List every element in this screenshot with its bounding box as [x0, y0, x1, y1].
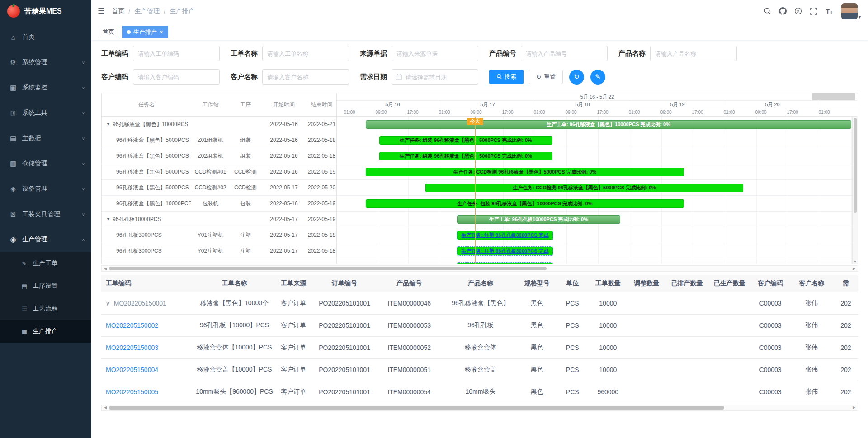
customer-code-input[interactable]: [133, 69, 220, 85]
order-code-cell: MO202205150002: [101, 314, 196, 336]
filter-customer-name: 客户名称: [231, 69, 349, 85]
gantt-task-row[interactable]: 96孔移液盒【黑色】5000PCSCCD检测#02CCD检测2022-05-17…: [102, 180, 336, 196]
reset-button[interactable]: ↻ 重置: [529, 70, 563, 84]
doc-icon: ▤: [20, 283, 29, 290]
product-name-input[interactable]: [650, 46, 737, 61]
tree-expand-icon[interactable]: ▼: [106, 122, 110, 127]
gantt-bar[interactable]: 生产任务: CCD检测 96孔移液盒【黑色】5000PCS 完成比例: 0%: [425, 184, 743, 192]
product-code-input[interactable]: [521, 46, 608, 61]
timeline-hour-label: 17:00: [690, 108, 705, 116]
orders-horizontal-scrollbar[interactable]: ◀ ▶: [101, 405, 858, 411]
sidebar-subitem-production-order[interactable]: ✎生产工单: [0, 252, 91, 275]
sidebar: 苦糖果MES ⌂首页⚙系统管理∨▣系统监控∨⊞系统工具∨▤主数据∨▥仓储管理∨◈…: [0, 0, 91, 438]
sidebar-subitem-production-scheduling[interactable]: ▦生产排产: [0, 320, 91, 343]
order-cell: PO202205101001: [314, 314, 375, 336]
filter-label: 来源单据: [360, 49, 387, 58]
scrollbar-thumb[interactable]: [109, 267, 547, 270]
gantt-task-row[interactable]: 96孔孔板3000PCSY02注塑机注塑2022-05-172022-05-18: [102, 243, 336, 259]
tree-expand-icon[interactable]: ▼: [106, 217, 110, 221]
scrollbar-thumb[interactable]: [109, 406, 724, 410]
gantt-bar[interactable]: 生产任务: CCD检测 96孔移液盒【黑色】5000PCS 完成比例: 0%: [366, 168, 684, 176]
sidebar-item-warehouse-management[interactable]: ▥仓储管理∨: [0, 151, 91, 176]
breadcrumb-item[interactable]: 生产管理: [134, 7, 160, 15]
chevron-down-icon[interactable]: ∨: [106, 301, 110, 307]
sidebar-item-production-management[interactable]: ◉生产管理∧: [0, 227, 91, 252]
sidebar-item-home[interactable]: ⌂首页: [0, 24, 91, 50]
order-code-link[interactable]: MO202205150005: [106, 388, 158, 396]
sidebar-toggle-icon[interactable]: ☰: [98, 6, 104, 16]
breadcrumb-item[interactable]: 首页: [112, 7, 124, 15]
order-code-link[interactable]: MO202205150004: [106, 366, 158, 373]
timeline-range-label: 5月 16 - 5月 22: [580, 94, 614, 99]
gantt-bar[interactable]: 生产任务: 注塑 96孔孔板3000PCS 完成: [457, 231, 553, 240]
filter-product-name: 产品名称: [618, 46, 737, 61]
app-title: 苦糖果MES: [24, 7, 62, 16]
scrollbar-right-arrow-icon[interactable]: ▶: [850, 267, 858, 271]
gantt-bar[interactable]: 生产任务: 组装 96孔移液盒【黑色】5000PCS 完成比例: 0%: [379, 152, 552, 160]
sidebar-item-system-management[interactable]: ⚙系统管理∨: [0, 50, 91, 75]
scrollbar-track[interactable]: [109, 405, 850, 410]
gantt-bar[interactable]: 生产任务: 注塑 96孔孔板3000PCS 完成: [457, 263, 553, 264]
gantt-bar[interactable]: 生产任务: 注塑 96孔孔板3000PCS 完成: [457, 247, 553, 255]
wo-code-input[interactable]: [133, 46, 220, 61]
sidebar-subitem-process-settings[interactable]: ▤工序设置: [0, 275, 91, 297]
gantt-task-row[interactable]: 96孔移液盒【黑色】10000PCS包装机包装2022-05-162022-05…: [102, 196, 336, 212]
gantt-bar[interactable]: 生产工单: 96孔孔板10000PCS 完成比例: 0%: [457, 215, 620, 224]
gantt-vertical-scrollbar[interactable]: ▼: [852, 117, 858, 264]
scrollbar-track[interactable]: [109, 266, 850, 271]
sidebar-item-system-tools[interactable]: ⊞系统工具∨: [0, 100, 91, 126]
gantt-task-row[interactable]: ▼96孔移液盒【黑色】10000PCS2022-05-162022-05-21: [102, 117, 336, 132]
search-icon[interactable]: [761, 5, 774, 18]
sidebar-item-fixture-management[interactable]: ⊠工装夹具管理∨: [0, 202, 91, 227]
user-menu[interactable]: ▾: [841, 3, 861, 19]
tab-active[interactable]: 生产排产×: [122, 26, 168, 38]
sidebar-subitem-process-flow[interactable]: ☰工艺流程: [0, 297, 91, 320]
github-icon[interactable]: [776, 5, 790, 18]
order-code-link[interactable]: MO202205150003: [106, 344, 158, 351]
sidebar-item-master-data[interactable]: ▤主数据∨: [0, 126, 91, 151]
sidebar-item-equipment-management[interactable]: ◈设备管理∨: [0, 176, 91, 202]
fullscreen-icon[interactable]: [807, 5, 821, 18]
gantt-bar-row: 生产任务: 组装 96孔移液盒【黑色】5000PCS 完成比例: 0%: [337, 132, 858, 148]
wo-name-input[interactable]: [262, 46, 349, 61]
order-cell: 张伟: [790, 336, 834, 358]
gantt-task-row[interactable]: 96孔孔板3000PCSY03注塑机注塑2022-05-172022-05-18: [102, 259, 336, 264]
gantt-task-row[interactable]: 96孔孔板3000PCSY01注塑机注塑2022-05-172022-05-18: [102, 227, 336, 243]
gantt-column-header: 工序: [230, 101, 261, 108]
edit-round-button[interactable]: ✎: [590, 70, 605, 85]
source-doc-input[interactable]: [392, 46, 478, 61]
scrollbar-left-arrow-icon[interactable]: ◀: [102, 267, 109, 271]
gantt-bar-row: 生产任务: CCD检测 96孔移液盒【黑色】5000PCS 完成比例: 0%: [337, 180, 858, 196]
timeline-hour-label: 17:00: [406, 108, 420, 116]
refresh-round-button[interactable]: ↻: [569, 70, 584, 85]
demand-date-input[interactable]: [392, 69, 478, 85]
help-icon[interactable]: ?: [792, 5, 805, 18]
customer-name-input[interactable]: [262, 69, 349, 85]
tab-home[interactable]: 首页: [98, 26, 119, 38]
gantt-bar[interactable]: 生产工单: 96孔移液盒【黑色】10000PCS 完成比例: 0%: [366, 120, 851, 129]
gantt-horizontal-scrollbar[interactable]: ◀ ▶: [101, 265, 858, 272]
order-code-link[interactable]: MO202205150002: [106, 322, 158, 329]
gantt-task-row[interactable]: 96孔移液盒【黑色】5000PCSCCD检测#01CCD检测2022-05-16…: [102, 164, 336, 180]
order-cell: C00003: [751, 314, 789, 336]
font-size-icon[interactable]: TT: [822, 5, 836, 18]
chevron-down-icon: ∨: [82, 187, 85, 191]
scrollbar-left-arrow-icon[interactable]: ◀: [102, 405, 109, 410]
sidebar-item-system-monitor[interactable]: ▣系统监控∨: [0, 75, 91, 100]
gantt-bar[interactable]: 生产任务: 组装 96孔移液盒【黑色】5000PCS 完成比例: 0%: [379, 136, 552, 145]
gantt-task-row[interactable]: 96孔移液盒【黑色】5000PCSZ01组装机组装2022-05-162022-…: [102, 132, 336, 148]
close-icon[interactable]: ×: [160, 29, 163, 35]
breadcrumb-item[interactable]: 生产排产: [170, 7, 195, 15]
gantt-chart: 任务名工作站工序开始时间结束时间 ▼96孔移液盒【黑色】10000PCS2022…: [101, 93, 858, 264]
order-code-link[interactable]: MO202205150001: [114, 300, 166, 307]
scrollbar-right-arrow-icon[interactable]: ▶: [850, 405, 858, 410]
gantt-task-row[interactable]: 96孔移液盒【黑色】5000PCSZ02组装机组装2022-05-162022-…: [102, 148, 336, 164]
scrollbar-thumb[interactable]: [854, 118, 857, 213]
orders-column-header: 工单名称: [196, 275, 273, 292]
search-button[interactable]: 搜索: [489, 70, 524, 84]
scrollbar-down-arrow-icon[interactable]: ▼: [853, 260, 858, 263]
sidebar-item-label: 工装夹具管理: [22, 210, 82, 218]
gantt-task-row[interactable]: ▼96孔孔板10000PCS2022-05-172022-05-19: [102, 212, 336, 227]
app-logo[interactable]: 苦糖果MES: [0, 0, 91, 23]
gantt-bar[interactable]: 生产任务: 包装 96孔移液盒【黑色】10000PCS 完成比例: 0%: [366, 199, 684, 208]
